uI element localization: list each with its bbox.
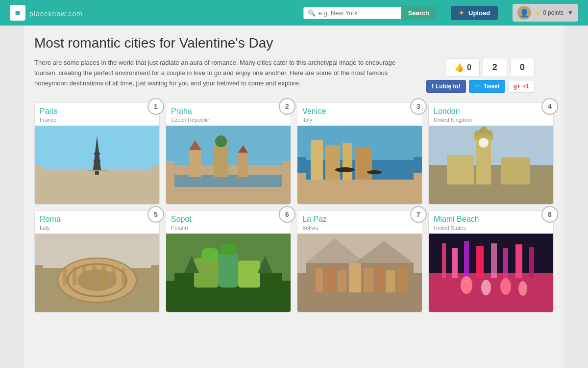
svg-point-79 bbox=[500, 278, 511, 295]
place-name: Miami Beach bbox=[434, 215, 548, 224]
svg-point-13 bbox=[215, 135, 227, 147]
place-country: Italy bbox=[40, 225, 154, 231]
rank-badge: 8 bbox=[541, 206, 558, 223]
place-image bbox=[166, 234, 291, 312]
svg-point-24 bbox=[367, 170, 382, 174]
search-button[interactable]: Search bbox=[401, 6, 436, 20]
svg-rect-72 bbox=[476, 246, 484, 278]
shares-count-box: 0 bbox=[510, 58, 535, 77]
google-plus-button[interactable]: g+ +1 bbox=[508, 80, 535, 93]
place-card-inner: Sopot Poland bbox=[166, 211, 291, 312]
place-info: La Paz Bolivia bbox=[297, 211, 422, 234]
svg-rect-40 bbox=[73, 267, 76, 285]
place-image bbox=[297, 126, 422, 204]
svg-rect-33 bbox=[501, 158, 530, 184]
place-info: Miami Beach United States bbox=[429, 211, 553, 234]
place-card-venice[interactable]: 3 Venice Italy bbox=[297, 103, 422, 205]
svg-rect-39 bbox=[63, 268, 67, 285]
places-grid: 1 Paris France 2 Praha Czech Repub bbox=[34, 103, 554, 313]
avatar-icon: 👤 bbox=[517, 6, 531, 20]
svg-rect-74 bbox=[503, 248, 508, 278]
upload-button[interactable]: ✦ Upload bbox=[451, 6, 498, 20]
place-name: Venice bbox=[302, 107, 417, 116]
place-country: Italy bbox=[302, 117, 417, 123]
page-title: Most romantic cities for Valentine's Day bbox=[34, 35, 554, 51]
likes-count: 0 bbox=[467, 63, 471, 72]
svg-rect-32 bbox=[447, 155, 474, 184]
logo-suffix: .com bbox=[66, 10, 82, 18]
place-image bbox=[166, 126, 291, 204]
facebook-like-button[interactable]: f Lubię to! bbox=[426, 80, 466, 93]
place-card-miami-beach[interactable]: 8 Miami Beach United States bbox=[428, 210, 554, 313]
like-label: Lubię to! bbox=[436, 83, 461, 90]
place-card-sopot[interactable]: 6 Sopot Poland bbox=[166, 210, 291, 313]
svg-rect-64 bbox=[376, 265, 383, 292]
star-icon: ★ bbox=[535, 9, 541, 17]
place-card-inner: La Paz Bolivia bbox=[297, 211, 422, 312]
svg-rect-18 bbox=[306, 180, 414, 204]
place-info: Venice Italy bbox=[297, 103, 422, 126]
user-points-area: ★ 0 points bbox=[535, 9, 564, 17]
rank-badge: 3 bbox=[410, 98, 427, 115]
place-card-inner: Roma Italy bbox=[35, 211, 159, 312]
tweet-label: Tweet bbox=[484, 83, 500, 90]
svg-rect-43 bbox=[102, 266, 106, 285]
svg-rect-60 bbox=[325, 265, 335, 292]
svg-rect-1 bbox=[43, 170, 151, 204]
main-content: Most romantic cities for Valentine's Day… bbox=[24, 26, 564, 368]
svg-rect-63 bbox=[364, 268, 373, 292]
place-info: Paris France bbox=[35, 103, 159, 126]
svg-rect-20 bbox=[325, 145, 340, 180]
description-text: There are some places in the world that … bbox=[34, 58, 416, 93]
place-card-inner: Miami Beach United States bbox=[429, 211, 553, 312]
plus-label: +1 bbox=[522, 83, 529, 90]
rank-badge: 2 bbox=[279, 98, 295, 115]
like-count-box: 👍 0 bbox=[446, 58, 480, 77]
logo-icon: ■ bbox=[10, 5, 25, 21]
svg-rect-41 bbox=[82, 266, 86, 285]
place-country: France bbox=[40, 117, 154, 123]
svg-point-80 bbox=[518, 281, 527, 296]
place-country: United States bbox=[434, 225, 548, 231]
user-area[interactable]: 👤 ★ 0 points ▼ bbox=[513, 4, 578, 22]
comments-count-box: 2 bbox=[483, 58, 507, 77]
place-card-paris[interactable]: 1 Paris France bbox=[34, 103, 160, 205]
rank-badge: 1 bbox=[147, 98, 164, 115]
place-image bbox=[429, 126, 553, 204]
place-info: Sopot Poland bbox=[166, 211, 291, 234]
place-card-la-paz[interactable]: 7 La Paz Bolivia bbox=[297, 210, 422, 313]
twitter-icon: 🐦 bbox=[474, 83, 482, 90]
upload-star-icon: ✦ bbox=[459, 9, 464, 17]
svg-rect-73 bbox=[491, 243, 497, 278]
svg-rect-51 bbox=[201, 248, 219, 261]
place-name: London bbox=[434, 107, 548, 116]
svg-rect-45 bbox=[122, 268, 125, 285]
svg-rect-22 bbox=[355, 148, 372, 180]
search-icon: 🔍 bbox=[308, 9, 316, 17]
svg-rect-4 bbox=[94, 160, 100, 161]
svg-rect-42 bbox=[92, 265, 96, 285]
place-card-praha[interactable]: 2 Praha Czech Republic bbox=[166, 103, 291, 205]
place-card-inner: Praha Czech Republic bbox=[166, 103, 291, 204]
place-country: United Kingdom bbox=[434, 117, 548, 123]
place-image bbox=[35, 234, 159, 312]
place-card-london[interactable]: 4 London United Kingdom bbox=[428, 103, 554, 205]
search-input[interactable] bbox=[318, 9, 397, 17]
logo-area: ■ placeknow.com bbox=[10, 5, 83, 21]
svg-rect-49 bbox=[219, 253, 238, 288]
search-input-wrapper: 🔍 bbox=[303, 7, 401, 19]
svg-rect-3 bbox=[94, 153, 100, 155]
place-country: Czech Republic bbox=[171, 117, 286, 123]
svg-rect-59 bbox=[316, 268, 323, 292]
place-info: London United Kingdom bbox=[429, 103, 553, 126]
place-info: Roma Italy bbox=[35, 211, 159, 234]
place-info: Praha Czech Republic bbox=[166, 103, 291, 126]
svg-rect-65 bbox=[386, 270, 395, 292]
svg-rect-12 bbox=[214, 145, 228, 177]
search-bar: 🔍 Search bbox=[303, 6, 436, 20]
place-name: La Paz bbox=[302, 215, 417, 224]
svg-rect-68 bbox=[437, 273, 545, 312]
svg-rect-76 bbox=[529, 247, 534, 278]
twitter-tweet-button[interactable]: 🐦 Tweet bbox=[469, 80, 505, 93]
place-card-roma[interactable]: 5 Roma Italy bbox=[34, 210, 160, 313]
